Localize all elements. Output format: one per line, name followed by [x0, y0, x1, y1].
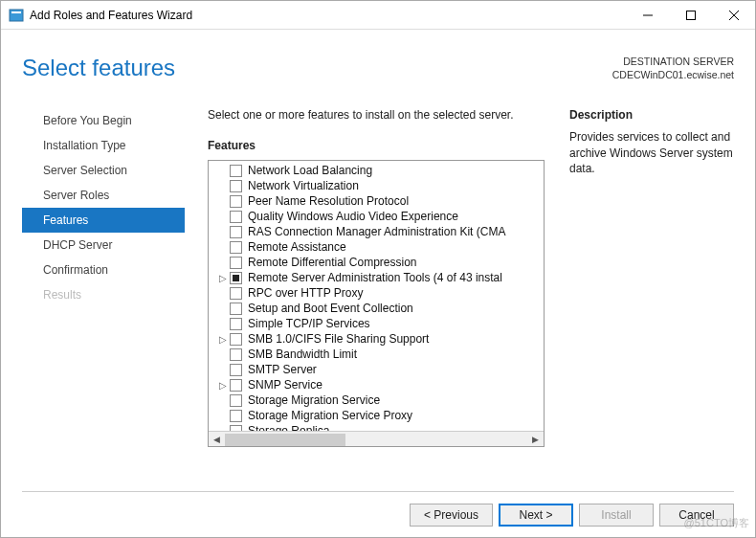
feature-checkbox[interactable]	[230, 425, 242, 432]
feature-row[interactable]: Storage Migration Service	[209, 392, 544, 408]
feature-checkbox[interactable]	[230, 333, 242, 346]
feature-label[interactable]: Storage Replica	[248, 424, 329, 431]
titlebar: Add Roles and Features Wizard	[1, 1, 755, 30]
expand-icon[interactable]: ▷	[216, 273, 230, 283]
feature-row[interactable]: Remote Assistance	[209, 239, 544, 255]
feature-checkbox[interactable]	[230, 348, 242, 361]
feature-checkbox[interactable]	[230, 318, 242, 330]
wizard-sidebar: Before You BeginInstallation TypeServer …	[22, 108, 185, 449]
minimize-button[interactable]	[626, 1, 669, 30]
destination-info: DESTINATION SERVER CDECWinDC01.ecwise.ne…	[612, 55, 734, 81]
feature-checkbox[interactable]	[230, 165, 242, 177]
destination-label: DESTINATION SERVER	[612, 55, 734, 68]
feature-label[interactable]: SNMP Service	[248, 378, 322, 392]
feature-label[interactable]: SMTP Server	[248, 363, 317, 376]
feature-checkbox[interactable]	[230, 180, 242, 192]
feature-row[interactable]: Peer Name Resolution Protocol	[209, 193, 544, 209]
feature-row[interactable]: Storage Migration Service Proxy	[209, 408, 544, 423]
scroll-thumb[interactable]	[225, 434, 345, 446]
features-label: Features	[208, 139, 545, 152]
close-button[interactable]	[712, 1, 755, 30]
sidebar-item-before-you-begin[interactable]: Before You Begin	[22, 108, 185, 133]
feature-row[interactable]: Quality Windows Audio Video Experience	[209, 209, 544, 224]
svg-rect-0	[10, 10, 23, 21]
feature-label[interactable]: Network Load Balancing	[248, 164, 372, 177]
sidebar-item-server-roles[interactable]: Server Roles	[22, 183, 185, 208]
feature-row[interactable]: Network Load Balancing	[209, 163, 544, 178]
feature-label[interactable]: Simple TCP/IP Services	[248, 317, 370, 330]
feature-checkbox[interactable]	[230, 241, 242, 254]
feature-label[interactable]: Storage Migration Service	[248, 393, 380, 407]
feature-row[interactable]: RAS Connection Manager Administration Ki…	[209, 224, 544, 239]
feature-row[interactable]: SMTP Server	[209, 362, 544, 377]
feature-label[interactable]: RPC over HTTP Proxy	[248, 286, 363, 300]
feature-checkbox[interactable]	[230, 195, 242, 208]
sidebar-item-installation-type[interactable]: Installation Type	[22, 133, 185, 158]
feature-checkbox[interactable]	[230, 303, 242, 315]
sidebar-item-confirmation[interactable]: Confirmation	[22, 258, 185, 282]
scroll-right-arrow-icon[interactable]: ▶	[527, 432, 544, 448]
feature-row[interactable]: ▷SMB 1.0/CIFS File Sharing Support	[209, 331, 544, 347]
feature-label[interactable]: SMB Bandwidth Limit	[248, 347, 357, 361]
feature-checkbox[interactable]	[230, 257, 242, 269]
sidebar-item-dhcp-server[interactable]: DHCP Server	[22, 233, 185, 258]
feature-checkbox[interactable]	[230, 364, 242, 376]
feature-row[interactable]: SMB Bandwidth Limit	[209, 347, 544, 362]
page-title: Select features	[22, 55, 175, 81]
description-text: Provides services to collect and archive…	[569, 129, 734, 176]
install-button: Install	[579, 504, 654, 527]
feature-label[interactable]: Network Virtualization	[248, 179, 359, 192]
cancel-button[interactable]: Cancel	[659, 504, 734, 527]
destination-server: CDECWinDC01.ecwise.net	[612, 68, 734, 81]
svg-rect-3	[686, 11, 695, 19]
instruction-text: Select one or more features to install o…	[208, 108, 545, 122]
feature-label[interactable]: Remote Assistance	[248, 240, 346, 254]
sidebar-item-server-selection[interactable]: Server Selection	[22, 158, 185, 183]
feature-row[interactable]: ▷Remote Server Administration Tools (4 o…	[209, 270, 544, 285]
sidebar-item-features[interactable]: Features	[22, 208, 185, 233]
feature-label[interactable]: Remote Differential Compression	[248, 256, 417, 269]
svg-rect-1	[11, 11, 21, 13]
next-button[interactable]: Next >	[499, 504, 573, 527]
window-title: Add Roles and Features Wizard	[30, 9, 626, 22]
feature-checkbox[interactable]	[230, 226, 242, 238]
feature-row[interactable]: Network Virtualization	[209, 178, 544, 193]
maximize-button[interactable]	[669, 1, 712, 30]
feature-label[interactable]: Setup and Boot Event Collection	[248, 302, 413, 315]
feature-label[interactable]: Peer Name Resolution Protocol	[248, 194, 409, 208]
feature-label[interactable]: Quality Windows Audio Video Experience	[248, 210, 458, 223]
features-listbox[interactable]: Network Load BalancingNetwork Virtualiza…	[208, 160, 545, 447]
feature-checkbox[interactable]	[230, 272, 242, 284]
description-label: Description	[569, 108, 734, 122]
scroll-track[interactable]	[225, 432, 527, 448]
sidebar-item-results: Results	[22, 282, 185, 307]
feature-label[interactable]: Remote Server Administration Tools (4 of…	[248, 271, 502, 284]
scroll-left-arrow-icon[interactable]: ◀	[209, 432, 225, 448]
feature-row[interactable]: Simple TCP/IP Services	[209, 316, 544, 331]
feature-row[interactable]: ▷SNMP Service	[209, 377, 544, 392]
previous-button[interactable]: < Previous	[410, 504, 493, 527]
expand-icon[interactable]: ▷	[216, 334, 230, 345]
feature-checkbox[interactable]	[230, 379, 242, 392]
feature-row[interactable]: Remote Differential Compression	[209, 255, 544, 270]
feature-checkbox[interactable]	[230, 211, 242, 223]
feature-checkbox[interactable]	[230, 287, 242, 300]
expand-icon[interactable]: ▷	[216, 380, 230, 391]
app-icon	[9, 8, 24, 23]
feature-checkbox[interactable]	[230, 394, 242, 407]
wizard-footer: < Previous Next > Install Cancel	[22, 491, 734, 527]
feature-label[interactable]: Storage Migration Service Proxy	[248, 409, 412, 422]
feature-row[interactable]: Setup and Boot Event Collection	[209, 301, 544, 316]
horizontal-scrollbar[interactable]: ◀ ▶	[209, 431, 544, 447]
feature-row[interactable]: RPC over HTTP Proxy	[209, 285, 544, 301]
feature-checkbox[interactable]	[230, 410, 242, 422]
feature-label[interactable]: RAS Connection Manager Administration Ki…	[248, 225, 505, 238]
feature-row[interactable]: Storage Replica	[209, 423, 544, 431]
feature-label[interactable]: SMB 1.0/CIFS File Sharing Support	[248, 332, 429, 346]
